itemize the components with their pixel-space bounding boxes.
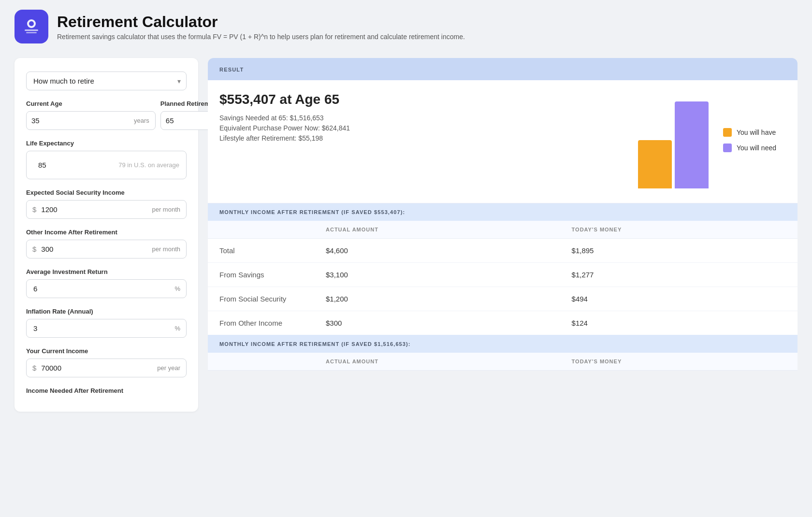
social-security-field: Expected Social Security Income $ per mo… [26,189,187,219]
current-age-input-wrapper: years [26,111,156,130]
table2-col-actual: ACTUAL AMOUNT [314,353,560,371]
table2-column-headers: ACTUAL AMOUNT TODAY'S MONEY [208,353,798,371]
other-income-input[interactable] [36,240,146,258]
table2-col-today: TODAY'S MONEY [560,353,798,371]
inflation-rate-input-wrapper: % [26,319,187,338]
other-income-suffix: per month [146,241,186,258]
life-expectancy-field: Life Expectancy 79 in U.S. on average [26,140,187,179]
life-expectancy-note: 79 in U.S. on average [118,161,179,169]
life-expectancy-input[interactable] [33,156,118,174]
table-row: Total $4,600 $1,895 [208,239,798,263]
svg-rect-1 [25,29,38,31]
chart-bars [638,92,709,188]
row-label: From Social Security [208,287,314,311]
legend-color-have [723,128,732,137]
social-security-input-wrapper: $ per month [26,200,187,219]
result-stat-3: Lifestyle after Retirement: $55,198 [219,134,628,142]
life-expectancy-label: Life Expectancy [26,140,187,147]
row-label: From Other Income [208,311,314,335]
investment-return-label: Average Investment Return [26,268,187,275]
row-today: $1,895 [560,239,798,263]
table2-col-label [208,353,314,371]
chart-legend: You will have You will need [713,128,776,152]
current-age-input[interactable] [27,112,128,129]
table1-col-today: TODAY'S MONEY [560,221,798,239]
svg-rect-2 [26,32,37,33]
right-panel: RESULT $553,407 at Age 65 Savings Needed… [208,58,798,412]
result-stat-2: Equivalent Purchase Power Now: $624,841 [219,124,628,132]
row-label: Total [208,239,314,263]
row-label: From Savings [208,263,314,287]
bar-you-will-have [638,140,672,188]
table-row: From Other Income $300 $124 [208,311,798,335]
app-logo [14,10,48,43]
age-two-col: Current Age years Planned Retirement yea… [26,100,187,130]
bar-you-will-need [675,101,709,188]
row-actual: $3,100 [314,263,560,287]
row-actual: $300 [314,311,560,335]
table-row: From Social Security $1,200 $494 [208,287,798,311]
table1-body: Total $4,600 $1,895 From Savings $3,100 … [208,239,798,335]
other-income-label: Other Income After Retirement [26,229,187,236]
table1-col-label [208,221,314,239]
row-actual: $1,200 [314,287,560,311]
table1-column-headers: ACTUAL AMOUNT TODAY'S MONEY [208,221,798,239]
table1-section: MONTHLY INCOME AFTER RETIREMENT (IF SAVE… [208,203,798,335]
legend-item-have: You will have [723,128,776,137]
social-security-label: Expected Social Security Income [26,189,187,196]
social-security-input[interactable] [36,201,146,218]
table1-col-actual: ACTUAL AMOUNT [314,221,560,239]
left-panel: How much to retire How much to save When… [14,58,198,412]
app-title: Retirement Calculator [57,13,465,31]
age-fields-group: Current Age years Planned Retirement yea… [26,100,187,130]
main-layout: How much to retire How much to save When… [0,53,812,426]
legend-label-need: You will need [737,144,776,152]
table2-header: MONTHLY INCOME AFTER RETIREMENT (IF SAVE… [208,335,798,353]
svg-point-3 [29,21,34,26]
current-income-suffix: per year [151,359,186,376]
inflation-rate-field: Inflation Rate (Annual) % [26,308,187,338]
current-income-input[interactable] [36,359,151,377]
current-age-suffix: years [128,112,155,129]
current-age-label: Current Age [26,100,156,107]
other-income-prefix: $ [27,240,36,258]
social-security-suffix: per month [146,201,186,218]
inflation-rate-input[interactable] [27,319,169,337]
investment-return-suffix: % [169,280,186,297]
row-today: $494 [560,287,798,311]
current-income-label: Your Current Income [26,347,187,355]
calculator-type-field: How much to retire How much to save When… [26,72,187,90]
current-income-field: Your Current Income $ per year [26,347,187,377]
result-section-label: RESULT [219,67,244,72]
current-age-field: Current Age years [26,100,156,130]
investment-return-input-wrapper: % [26,279,187,298]
row-today: $124 [560,311,798,335]
result-body: $553,407 at Age 65 Savings Needed at 65:… [208,80,798,203]
current-income-input-wrapper: $ per year [26,359,187,377]
result-main-title: $553,407 at Age 65 [219,92,628,107]
table2-section: MONTHLY INCOME AFTER RETIREMENT (IF SAVE… [208,335,798,371]
legend-label-have: You will have [737,129,776,136]
table-row: From Savings $3,100 $1,277 [208,263,798,287]
table1: ACTUAL AMOUNT TODAY'S MONEY Total $4,600… [208,221,798,335]
investment-return-input[interactable] [27,280,169,298]
table1-header: MONTHLY INCOME AFTER RETIREMENT (IF SAVE… [208,203,798,221]
life-expectancy-input-wrapper: 79 in U.S. on average [26,151,187,179]
social-security-prefix: $ [27,201,36,218]
app-subtitle: Retirement savings calculator that uses … [57,33,465,41]
chart-area: You will have You will need [638,92,786,188]
legend-color-need [723,144,732,152]
row-actual: $4,600 [314,239,560,263]
logo-icon [21,16,42,37]
inflation-rate-label: Inflation Rate (Annual) [26,308,187,315]
header-text-block: Retirement Calculator Retirement savings… [57,13,465,41]
current-income-prefix: $ [27,359,36,377]
income-needed-label: Income Needed After Retirement [26,387,187,394]
result-body-text: $553,407 at Age 65 Savings Needed at 65:… [219,92,628,144]
row-today: $1,277 [560,263,798,287]
other-income-input-wrapper: $ per month [26,240,187,258]
investment-return-field: Average Investment Return % [26,268,187,298]
other-income-field: Other Income After Retirement $ per mont… [26,229,187,258]
calculator-type-select[interactable]: How much to retire How much to save When… [26,72,187,90]
result-stat-1: Savings Needed at 65: $1,516,653 [219,114,628,122]
